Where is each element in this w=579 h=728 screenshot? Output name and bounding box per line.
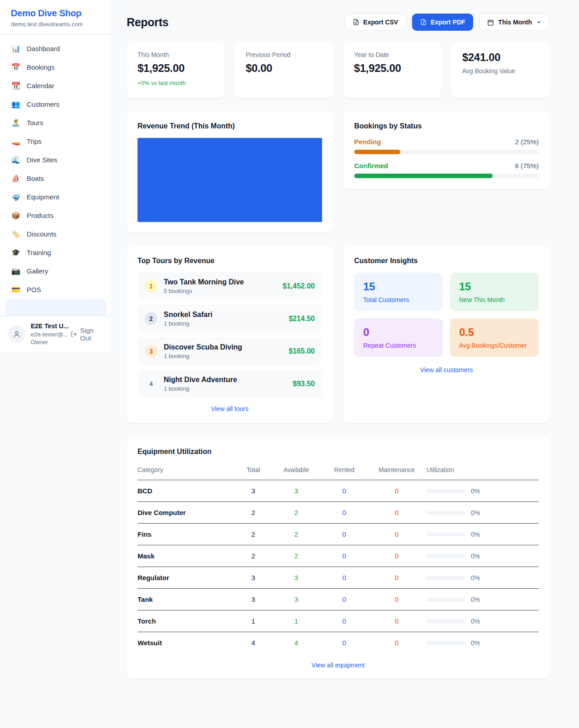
- page-title: Reports: [127, 16, 168, 29]
- period-label: This Month: [498, 19, 532, 26]
- sidebar-item-equipment[interactable]: 🤿 Equipment: [5, 188, 106, 206]
- sidebar-item-customers[interactable]: 👥 Customers: [5, 95, 106, 113]
- status-count: 6 (75%): [515, 162, 539, 170]
- table-row: Wetsuit 4 4 0 0 0%: [138, 632, 539, 653]
- view-all-equipment-link[interactable]: View all equipment: [138, 662, 539, 669]
- sidebar-nav: 📊 Dashboard 📅 Bookings 📆 Calendar 👥 Cust…: [0, 34, 112, 316]
- sidebar-item-gallery[interactable]: 📷 Gallery: [5, 262, 106, 280]
- credit-card-icon: 💳: [11, 285, 21, 294]
- export-csv-button[interactable]: Export CSV: [345, 14, 406, 31]
- equip-maintenance: 0: [367, 509, 427, 516]
- equip-total: 2: [236, 509, 271, 516]
- stat-card-this-month: This Month $1,925.00 +0% vs last month: [127, 42, 225, 98]
- stat-label: Avg Booking Value: [462, 67, 539, 75]
- utilization-track: [427, 489, 465, 493]
- calendar-icon: 📆: [11, 81, 21, 90]
- sidebar-item-dive-sites[interactable]: 🌊 Dive Sites: [5, 151, 106, 169]
- col-category: Category: [138, 466, 236, 473]
- equip-available: 4: [271, 639, 322, 647]
- insight-label: Avg Bookings/Customer: [459, 342, 530, 349]
- stat-label: This Month: [138, 51, 214, 58]
- user-name: E2E Test U...: [31, 322, 65, 331]
- equip-total: 2: [236, 530, 271, 538]
- sidebar-item-label: Products: [27, 211, 53, 220]
- equip-category: Wetsuit: [138, 639, 236, 647]
- bookings-by-status-card: Bookings by Status Pending 2 (25%) Confi…: [343, 111, 550, 189]
- progress-track: [354, 150, 539, 154]
- utilization-pct: 0%: [471, 509, 480, 516]
- equip-maintenance: 0: [367, 487, 427, 495]
- equip-total: 3: [236, 574, 271, 581]
- equipment-table: Category Total Available Rented Maintena…: [138, 463, 539, 653]
- sidebar-item-label: Bookings: [27, 63, 55, 72]
- progress-track: [354, 174, 539, 178]
- export-pdf-button[interactable]: Export PDF: [412, 14, 473, 31]
- equip-category: Regulator: [138, 574, 236, 581]
- stat-label: Previous Period: [246, 51, 322, 58]
- top-tours-card: Top Tours by Revenue 1 Two Tank Morning …: [127, 246, 333, 423]
- equipment-utilization-card: Equipment Utilization Category Total Ava…: [127, 437, 550, 679]
- view-all-customers-link[interactable]: View all customers: [354, 366, 539, 373]
- equip-utilization: 0%: [427, 639, 539, 647]
- view-all-tours-link[interactable]: View all tours: [138, 405, 322, 412]
- revenue-trend-card: Revenue Trend (This Month): [127, 111, 333, 233]
- diving-mask-icon: 🤿: [11, 193, 21, 202]
- sidebar-item-label: Tours: [27, 118, 43, 128]
- table-row: Torch 1 1 0 0 0%: [138, 610, 539, 632]
- tour-revenue: $165.00: [289, 347, 315, 355]
- insight-value: 15: [363, 280, 434, 293]
- brand-name: Demo Dive Shop: [11, 8, 101, 19]
- utilization-track: [427, 554, 465, 558]
- tour-bookings: 1 booking: [164, 353, 242, 359]
- equip-utilization: 0%: [427, 618, 539, 625]
- sidebar-item-label: Dive Sites: [27, 156, 57, 165]
- file-download-icon: [420, 19, 427, 25]
- utilization-track: [427, 619, 465, 623]
- sidebar-item-discounts[interactable]: 🏷️ Discounts: [5, 225, 106, 243]
- tour-bookings: 5 bookings: [164, 288, 244, 294]
- person-icon: [12, 330, 21, 339]
- avatar: [8, 326, 25, 343]
- brand-block: Demo Dive Shop demo.test.divestreams.com: [0, 0, 112, 34]
- status-count: 2 (25%): [515, 138, 539, 146]
- sidebar-item-pos[interactable]: 💳 POS: [5, 281, 106, 299]
- sidebar-item-boats[interactable]: ⛵ Boats: [5, 170, 106, 188]
- equip-available: 3: [271, 574, 322, 581]
- sidebar-item-label: Training: [27, 248, 51, 257]
- period-dropdown[interactable]: This Month: [479, 14, 550, 31]
- utilization-pct: 0%: [471, 531, 480, 538]
- utilization-track: [427, 641, 465, 645]
- sidebar-item-training[interactable]: 🎓 Training: [5, 244, 106, 262]
- stats-row: This Month $1,925.00 +0% vs last month P…: [127, 42, 550, 98]
- brand-domain: demo.test.divestreams.com: [11, 21, 101, 28]
- sidebar-item-products[interactable]: 📦 Products: [5, 207, 106, 225]
- utilization-track: [427, 533, 465, 536]
- charts-row: Revenue Trend (This Month) Bookings by S…: [127, 111, 550, 233]
- sidebar-item-tours[interactable]: 🏝️ Tours: [5, 114, 106, 132]
- status-label: Confirmed: [354, 162, 388, 170]
- equip-category: Tank: [138, 596, 236, 603]
- equip-rented: 0: [322, 596, 367, 603]
- chevron-down-icon: [536, 19, 541, 25]
- sidebar-item-calendar[interactable]: 📆 Calendar: [5, 77, 106, 95]
- insight-new-this-month: 15 New This Month: [450, 273, 539, 311]
- stat-label: Year to Date: [354, 51, 431, 58]
- sidebar-item-dashboard[interactable]: 📊 Dashboard: [5, 40, 106, 58]
- equip-rented: 0: [322, 617, 367, 625]
- sidebar-item-trips[interactable]: 🚤 Trips: [5, 132, 106, 151]
- sidebar-item-bookings[interactable]: 📅 Bookings: [5, 58, 106, 76]
- customer-insights-card: Customer Insights 15 Total Customers 15 …: [343, 246, 550, 423]
- file-download-icon: [353, 19, 359, 25]
- rank-badge: 2: [145, 312, 157, 325]
- main-content: Reports Export CSV Export PDF This Month…: [112, 0, 579, 697]
- tour-bookings: 1 booking: [164, 385, 237, 392]
- equipment-utilization-title: Equipment Utilization: [138, 448, 539, 456]
- sidebar-item-selected-partial[interactable]: [5, 299, 106, 316]
- equip-maintenance: 0: [367, 574, 427, 581]
- tour-row: 4 Night Dive Adventure 1 booking $93.50: [138, 370, 322, 398]
- graduation-cap-icon: 🎓: [11, 248, 21, 257]
- stat-card-previous-period: Previous Period $0.00: [235, 42, 333, 98]
- equip-available: 2: [271, 509, 322, 516]
- table-row: Tank 3 3 0 0 0%: [138, 589, 539, 610]
- sign-out-button[interactable]: Sign Out: [71, 326, 104, 342]
